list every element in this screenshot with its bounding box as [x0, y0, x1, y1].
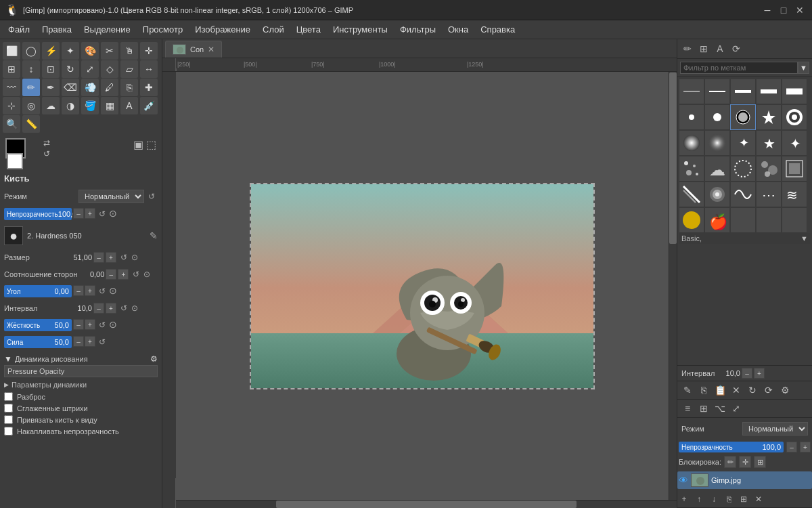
brush-cell-18[interactable] [730, 156, 756, 182]
new-layer-button[interactable]: + [677, 492, 691, 506]
brush-cell-3[interactable] [730, 79, 756, 104]
brush-cell-13[interactable]: ✦ [730, 130, 756, 156]
layer-mode-reset-button[interactable]: ↺ [809, 423, 812, 435]
brush-cell-27[interactable]: 🍎 [704, 207, 730, 233]
brush-cell-16[interactable] [679, 156, 704, 182]
right-tool-paintbrush-icon[interactable]: ✏ [680, 41, 695, 56]
accumulate-checkbox[interactable] [4, 427, 13, 436]
tool-eraser[interactable]: ⌫ [62, 79, 79, 96]
action-refresh-icon[interactable]: ⟳ [761, 383, 776, 398]
dynamics-params-toggle[interactable]: Параметры динамики [3, 379, 159, 391]
delete-layer-button[interactable]: ✕ [752, 492, 765, 506]
tool-foreground-select[interactable]: 🖱 [120, 42, 138, 60]
menu-windows[interactable]: Окна [443, 22, 474, 37]
tool-clone[interactable]: ⎘ [120, 79, 138, 96]
horizontal-scrollbar-thumb[interactable] [276, 501, 577, 508]
tab-close-icon[interactable]: ✕ [208, 45, 215, 54]
lock-position-button[interactable]: ✛ [739, 456, 751, 468]
lock-brush-checkbox[interactable] [4, 415, 13, 424]
spacing-minus-button[interactable]: – [93, 303, 104, 314]
tool-scissors[interactable]: ✂ [101, 42, 118, 60]
menu-view[interactable]: Просмотр [137, 22, 188, 37]
canvas-viewport[interactable] [176, 72, 669, 500]
brush-cell-22[interactable] [704, 182, 730, 207]
lock-alpha-button[interactable]: ⊞ [754, 456, 766, 468]
vertical-scrollbar[interactable] [669, 72, 677, 500]
spacing-right-minus-button[interactable]: – [742, 368, 752, 379]
brush-cell-25[interactable]: ≋ [782, 182, 807, 207]
tool-free-select[interactable]: ⚡ [42, 42, 60, 60]
tool-pencil[interactable]: ✒ [42, 79, 60, 96]
hardness-bar[interactable]: Жёсткость 50,0 [4, 319, 72, 331]
brush-thumbnail[interactable]: ● [4, 226, 23, 245]
dynamics-value-label[interactable]: Pressure Opacity [4, 365, 158, 377]
brush-cell-9[interactable] [756, 104, 782, 130]
force-bar[interactable]: Сила 50,0 [4, 336, 72, 348]
horizontal-scrollbar[interactable] [176, 500, 677, 508]
swap-colors-icon[interactable]: ⇄ [43, 138, 50, 148]
dynamics-settings-icon[interactable]: ⚙ [150, 354, 158, 364]
tool-align[interactable]: ⊞ [3, 60, 20, 78]
right-tool-extra-icon[interactable]: ⟳ [729, 41, 744, 56]
tool-gradient[interactable]: ▦ [101, 97, 118, 114]
dynamics-arrow-icon[interactable]: ▼ [4, 354, 12, 364]
background-color[interactable] [7, 153, 23, 169]
menu-layer[interactable]: Слой [257, 22, 290, 37]
opacity-bar[interactable]: Непрозрачность 100,0 [4, 208, 72, 220]
hardness-minus-button[interactable]: – [73, 319, 84, 330]
hardness-plus-button[interactable]: + [85, 319, 95, 330]
link-icon[interactable]: ⌥ [713, 401, 727, 416]
size-plus-button[interactable]: + [106, 252, 116, 263]
raise-layer-button[interactable]: ↑ [692, 492, 706, 506]
spacing-plus-button[interactable]: + [106, 303, 116, 314]
tool-heal[interactable]: ✚ [140, 79, 158, 96]
menu-file[interactable]: Файл [3, 22, 35, 37]
maximize-button[interactable]: □ [777, 4, 790, 16]
category-dropdown-button[interactable]: ▼ [800, 234, 808, 242]
opacity-plus-button[interactable]: + [85, 208, 95, 219]
force-minus-button[interactable]: – [73, 336, 84, 347]
right-tool-grid-icon[interactable]: ⊞ [696, 41, 711, 56]
tool-perspective[interactable]: ▱ [120, 60, 138, 78]
angle-bar[interactable]: Угол 0,00 [4, 285, 72, 297]
brush-cell-20[interactable] [782, 156, 807, 182]
opacity-minus-button[interactable]: – [73, 208, 84, 219]
tool-shear[interactable]: ◇ [101, 60, 118, 78]
aspect-plus-button[interactable]: + [118, 269, 129, 280]
menu-edit[interactable]: Правка [37, 22, 77, 37]
tool-perspective-clone[interactable]: ⊹ [3, 97, 20, 114]
tool-blur[interactable]: ◎ [22, 97, 40, 114]
brush-cell-11[interactable] [679, 130, 704, 156]
tool-airbrush[interactable]: 💨 [81, 79, 99, 96]
tool-measure[interactable]: 📏 [22, 115, 40, 133]
quick-mask-icon[interactable]: ▣ [133, 138, 143, 151]
tool-crop[interactable]: ⊡ [42, 60, 60, 78]
force-reset-button[interactable]: ↺ [96, 336, 108, 348]
brush-cell-2[interactable] [704, 79, 730, 104]
close-button[interactable]: ✕ [793, 4, 807, 16]
mode-reset-button[interactable]: ↺ [145, 190, 158, 203]
canvas-image[interactable] [250, 183, 595, 389]
tool-paintbrush[interactable]: ✏ [22, 79, 40, 96]
tool-fuzzy-select[interactable]: ✦ [62, 42, 79, 60]
aspect-minus-button[interactable]: – [106, 269, 116, 280]
tool-rotate[interactable]: ↻ [62, 60, 79, 78]
tool-transform[interactable]: ↕ [22, 60, 40, 78]
smooth-checkbox[interactable] [4, 404, 13, 412]
action-rotate-icon[interactable]: ↻ [745, 383, 760, 398]
canvas-tab[interactable]: Con ✕ [165, 41, 222, 58]
menu-select[interactable]: Выделение [78, 22, 136, 37]
tool-bucket[interactable]: 🪣 [81, 97, 99, 114]
brush-cell-15[interactable]: ✦ [782, 130, 807, 156]
tool-move[interactable]: ✛ [140, 42, 158, 60]
layer-mode-select[interactable]: Нормальный [742, 422, 808, 436]
action-settings-icon[interactable]: ⚙ [777, 383, 792, 398]
vertical-scrollbar-thumb[interactable] [669, 72, 677, 244]
menu-tools[interactable]: Инструменты [328, 22, 393, 37]
action-delete-icon[interactable]: ✕ [729, 383, 744, 398]
hardness-reset-button[interactable]: ↺ [96, 319, 108, 331]
layer-opacity-bar[interactable]: Непрозрачность 100,0 [679, 442, 784, 452]
angle-reset-button[interactable]: ↺ [96, 285, 108, 297]
mode-select[interactable]: Нормальный [78, 190, 144, 203]
brush-cell-28[interactable] [730, 207, 756, 233]
